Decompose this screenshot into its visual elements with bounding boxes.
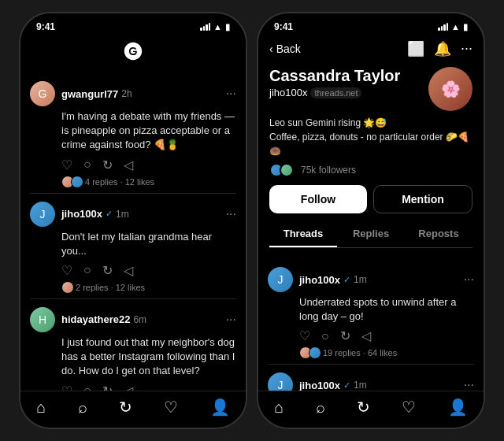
tab-threads[interactable]: Threads	[269, 221, 337, 247]
right-nav-repost[interactable]: ↻	[357, 398, 370, 417]
post-3-actions: ♡ ○ ↻ ◁	[61, 384, 236, 391]
profile-avatar: 🌸	[428, 67, 472, 111]
left-nav-repost[interactable]: ↻	[119, 398, 132, 417]
left-nav-profile[interactable]: 👤	[210, 398, 230, 417]
post-2-body: Don't let my Italian grandma hear you...	[61, 230, 236, 258]
tab-replies[interactable]: Replies	[337, 221, 405, 247]
profile-domain: threads.net	[310, 87, 361, 98]
post-2-meta: jiho100x ✓ 1m	[61, 208, 129, 220]
post-3-user-info: H hidayathere22 6m	[30, 307, 146, 332]
post-1-time: 2h	[121, 88, 132, 99]
profile-bio-line1: Leo sun Gemini rising 🌟😅	[269, 116, 472, 130]
right-time: 9:41	[274, 21, 293, 32]
right-nav-profile[interactable]: 👤	[448, 398, 468, 417]
back-button[interactable]: ‹ Back	[269, 43, 301, 55]
post-3: H hidayathere22 6m ··· I just found out …	[30, 299, 236, 391]
left-status-icons: ▲ ▮	[200, 22, 230, 32]
profile-post-1: J jiho100x ✓ 1m ··· Underrated spots to …	[268, 259, 474, 365]
post-3-dots[interactable]: ···	[226, 313, 236, 327]
right-battery-icon: ▮	[463, 22, 468, 32]
left-nav-likes[interactable]: ♡	[164, 398, 178, 417]
profile-post-1-dots[interactable]: ···	[464, 272, 474, 287]
profile-post-1-user-info: J jiho100x ✓ 1m	[268, 267, 367, 292]
post-1-avatar: G	[30, 81, 55, 106]
left-time: 9:41	[36, 21, 55, 32]
profile-post-1-repost[interactable]: ↻	[340, 328, 350, 343]
post-1: G gwangurl77 2h ··· I'm having a debate …	[30, 73, 236, 194]
right-status-bar: 9:41 ▲ ▮	[258, 13, 484, 35]
profile-bio: Leo sun Gemini rising 🌟😅 Coffee, pizza, …	[269, 116, 472, 158]
profile-post-1-share[interactable]: ◁	[361, 328, 371, 343]
profile-post-2-username[interactable]: jiho100x	[299, 380, 340, 391]
profile-header-bar: ‹ Back ⬜ 🔔 ···	[258, 35, 484, 64]
post-3-username[interactable]: hidayathere22	[61, 313, 130, 325]
followers-count[interactable]: 75k followers	[301, 165, 356, 176]
profile-post-2-dots[interactable]: ···	[464, 378, 474, 391]
post-1-share-icon[interactable]: ◁	[124, 158, 133, 172]
left-content-area[interactable]: G gwangurl77 2h ··· I'm having a debate …	[20, 73, 246, 391]
profile-post-1-username[interactable]: jiho100x	[299, 274, 340, 286]
post-2-user-info: J jiho100x ✓ 1m	[30, 202, 129, 227]
left-nav-search[interactable]: ⌕	[78, 398, 87, 417]
profile-post-1-comment[interactable]: ○	[321, 329, 329, 343]
post-2-repost-icon[interactable]: ↻	[102, 263, 113, 278]
post-2-username[interactable]: jiho100x	[61, 208, 102, 220]
profile-post-2-meta: jiho100x ✓ 1m	[299, 380, 367, 391]
post-2-mini-avatars	[61, 281, 71, 294]
profile-post-1-actions: ♡ ○ ↻ ◁	[299, 328, 474, 343]
post-3-share-icon[interactable]: ◁	[124, 384, 133, 391]
profile-post-2-time: 1m	[354, 380, 367, 391]
profile-name: Cassandra Taylor	[269, 67, 428, 85]
profile-post-1-stats: 19 replies · 64 likes	[299, 346, 474, 359]
right-nav-home[interactable]: ⌂	[274, 398, 284, 417]
post-1-user-info: G gwangurl77 2h	[30, 81, 132, 106]
post-1-body: I'm having a debate with my friends — is…	[61, 109, 236, 153]
profile-post-1-stat-text: 19 replies · 64 likes	[323, 348, 397, 358]
profile-post-1-like[interactable]: ♡	[299, 328, 310, 343]
post-1-like-icon[interactable]: ♡	[61, 158, 72, 172]
instagram-icon[interactable]: ⬜	[407, 40, 424, 57]
post-2-share-icon[interactable]: ◁	[124, 263, 133, 278]
post-2-dots[interactable]: ···	[226, 207, 236, 221]
right-status-icons: ▲ ▮	[438, 22, 468, 32]
profile-post-1-mini-2	[309, 346, 321, 359]
post-3-repost-icon[interactable]: ↻	[102, 384, 113, 391]
profile-posts[interactable]: J jiho100x ✓ 1m ··· Underrated spots to …	[258, 259, 484, 391]
post-2: J jiho100x ✓ 1m ··· Don't let my Italian…	[30, 194, 236, 299]
post-3-meta: hidayathere22 6m	[61, 313, 146, 325]
post-1-comment-icon[interactable]: ○	[83, 158, 91, 172]
right-bottom-nav: ⌂ ⌕ ↻ ♡ 👤	[258, 391, 484, 428]
right-nav-likes[interactable]: ♡	[402, 398, 416, 417]
right-signal-bars	[438, 23, 448, 31]
post-3-header: H hidayathere22 6m ···	[30, 307, 236, 332]
tab-reposts[interactable]: Reposts	[405, 221, 472, 247]
follower-mini-2	[280, 163, 294, 177]
right-phone-screen: 9:41 ▲ ▮ ‹ Back	[258, 13, 484, 428]
post-3-like-icon[interactable]: ♡	[61, 384, 72, 391]
left-bottom-nav: ⌂ ⌕ ↻ ♡ 👤	[20, 391, 246, 428]
profile-post-1-mini-avatars	[299, 346, 318, 359]
post-3-comment-icon[interactable]: ○	[83, 384, 91, 391]
left-nav-home[interactable]: ⌂	[36, 398, 46, 417]
post-1-dots[interactable]: ···	[226, 87, 236, 101]
post-2-comment-icon[interactable]: ○	[83, 263, 91, 277]
post-2-verified: ✓	[106, 209, 113, 219]
mention-button[interactable]: Mention	[373, 185, 472, 213]
profile-handle[interactable]: jiho100x	[269, 87, 307, 98]
post-1-username[interactable]: gwangurl77	[61, 88, 118, 100]
post-2-stat-text: 2 replies · 12 likes	[76, 283, 145, 292]
left-phone: 9:41 ▲ ▮	[19, 12, 247, 429]
profile-header-icons: ⬜ 🔔 ···	[407, 40, 472, 57]
post-2-header: J jiho100x ✓ 1m ···	[30, 202, 236, 227]
profile-post-2-verified: ✓	[343, 380, 350, 391]
follow-button[interactable]: Follow	[269, 185, 367, 213]
notification-icon[interactable]: 🔔	[434, 40, 451, 57]
left-status-bar: 9:41 ▲ ▮	[20, 13, 246, 35]
post-2-like-icon[interactable]: ♡	[61, 263, 72, 278]
post-1-repost-icon[interactable]: ↻	[102, 158, 113, 172]
right-nav-search[interactable]: ⌕	[316, 398, 325, 417]
left-app-header	[20, 35, 246, 73]
more-icon[interactable]: ···	[461, 40, 472, 57]
profile-post-1-body: Underrated spots to unwind after a long …	[299, 295, 474, 324]
profile-top: Cassandra Taylor jiho100x threads.net 🌸	[269, 67, 472, 111]
